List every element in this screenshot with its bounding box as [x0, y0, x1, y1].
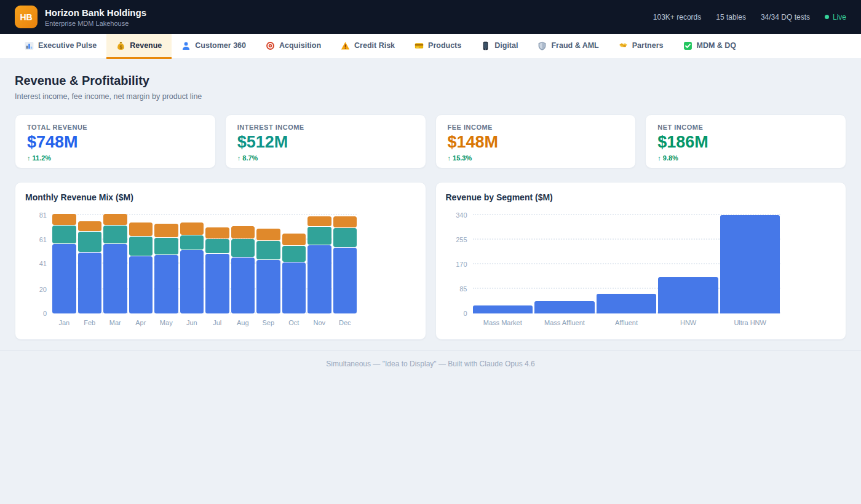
segment-orange: [333, 216, 357, 227]
tab-label: Customer 360: [195, 41, 246, 50]
tab-acquisition[interactable]: Acquisition: [256, 34, 331, 59]
chart-area: 020416181JanFebMarAprMayJunJulAugSepOctN…: [25, 215, 416, 326]
plot-column: JanFebMarAprMayJunJulAugSepOctNovDec: [52, 215, 357, 326]
header-stats: 103K+ records15 tables34/34 DQ tests: [653, 13, 810, 22]
segment-teal: [333, 228, 357, 248]
segment-orange: [103, 214, 127, 225]
segment-teal: [308, 227, 331, 245]
kpi-value: $186M: [657, 133, 834, 151]
bar-dec[interactable]: [333, 216, 357, 313]
bar-ultra-hnw[interactable]: [720, 215, 780, 313]
app-title: Horizon Bank Holdings: [45, 7, 146, 18]
tab-digital[interactable]: Digital: [471, 34, 528, 59]
kpi-delta: ↑ 15.3%: [448, 154, 624, 162]
x-labels: JanFebMarAprMayJunJulAugSepOctNovDec: [52, 319, 357, 326]
segment-blue: [52, 244, 76, 313]
money-bag-icon: $: [116, 41, 125, 50]
target-icon: [266, 41, 275, 50]
y-tick: 340: [456, 211, 467, 219]
revenue-by-segment-chart: Revenue by Segment ($M) 085170255340Mass…: [435, 182, 847, 340]
bar-jun[interactable]: [180, 222, 204, 313]
live-label: Live: [833, 13, 846, 22]
y-axis: 020416181: [25, 215, 52, 313]
x-label: Apr: [129, 319, 153, 326]
tab-credit-risk[interactable]: Credit Risk: [331, 34, 405, 59]
bar-may[interactable]: [154, 224, 178, 313]
segment-orange: [154, 224, 178, 237]
bar-jul[interactable]: [205, 227, 229, 313]
tab-mdm-dq[interactable]: MDM & DQ: [673, 34, 747, 59]
y-tick: 41: [39, 260, 47, 267]
kpi-label: INTEREST INCOME: [237, 124, 414, 131]
tab-fraud-aml[interactable]: Fraud & AML: [528, 34, 608, 59]
x-label: Aug: [231, 319, 255, 326]
bars: [52, 215, 357, 313]
x-label: Jan: [52, 319, 76, 326]
kpi-label: FEE INCOME: [448, 124, 624, 131]
x-label: Affluent: [597, 319, 657, 326]
brand: HB Horizon Bank Holdings Enterprise MDM …: [15, 6, 146, 28]
x-label: Sep: [256, 319, 280, 326]
segment-teal: [205, 239, 229, 254]
live-dot-icon: [825, 15, 829, 19]
warning-icon: [341, 41, 350, 50]
kpi-value: $748M: [27, 133, 204, 151]
x-label: Nov: [308, 319, 331, 326]
tab-customer-360[interactable]: Customer 360: [172, 34, 256, 59]
tab-partners[interactable]: Partners: [609, 34, 673, 59]
bar-nov[interactable]: [308, 216, 331, 313]
y-tick: 61: [39, 236, 47, 243]
plot-area: [52, 215, 357, 313]
x-label: Oct: [282, 319, 306, 326]
segment-orange: [256, 229, 280, 241]
tab-products[interactable]: Products: [405, 34, 471, 59]
segment-orange: [78, 221, 102, 231]
bar-jan[interactable]: [52, 214, 76, 313]
y-tick: 20: [39, 286, 47, 293]
segment-orange: [308, 216, 331, 226]
x-label: Jul: [205, 319, 229, 326]
phone-icon: [481, 41, 490, 50]
y-tick: 85: [459, 285, 467, 293]
tab-label: Partners: [632, 41, 664, 50]
bar-hnw[interactable]: [658, 277, 718, 313]
segment-blue: [129, 256, 153, 313]
segment-blue: [78, 253, 102, 313]
bar-oct[interactable]: [282, 234, 306, 313]
bar-aug[interactable]: [231, 226, 255, 313]
kpi-delta: ↑ 8.7%: [237, 154, 414, 162]
tab-revenue[interactable]: $Revenue: [106, 34, 172, 59]
header-stat: 34/34 DQ tests: [761, 13, 810, 22]
segment-teal: [129, 237, 153, 256]
logo: HB: [15, 6, 38, 28]
bar-sep[interactable]: [256, 229, 280, 313]
y-tick: 0: [463, 310, 467, 317]
page-title: Revenue & Profitability: [15, 74, 846, 88]
bar-mass-affluent[interactable]: [534, 301, 595, 313]
y-tick: 81: [39, 211, 47, 219]
bar-mass-market[interactable]: [473, 305, 533, 313]
plot-area: [473, 215, 780, 313]
segment-blue: [282, 262, 306, 313]
x-label: Mass Market: [473, 319, 533, 326]
chart-title: Monthly Revenue Mix ($M): [25, 192, 416, 202]
segment-blue: [333, 248, 357, 313]
page-subtitle: Interest income, fee income, net margin …: [15, 92, 846, 101]
segment-orange: [52, 214, 76, 225]
bar-mar[interactable]: [103, 214, 127, 313]
segment-blue: [180, 250, 204, 313]
tab-executive-pulse[interactable]: Executive Pulse: [15, 34, 106, 59]
tab-label: Digital: [494, 41, 518, 50]
bar-apr[interactable]: [129, 222, 153, 313]
segment-blue: [205, 254, 229, 313]
segment-orange: [282, 234, 306, 246]
bar-feb[interactable]: [78, 221, 102, 313]
y-tick: 0: [43, 310, 47, 317]
tab-label: Credit Risk: [354, 41, 395, 50]
bar-affluent[interactable]: [597, 294, 657, 313]
kpi-delta: ↑ 9.8%: [657, 154, 834, 162]
x-label: Feb: [78, 319, 102, 326]
x-label: Ultra HNW: [720, 319, 780, 326]
segment-orange: [180, 222, 204, 235]
segment-blue: [154, 255, 178, 313]
